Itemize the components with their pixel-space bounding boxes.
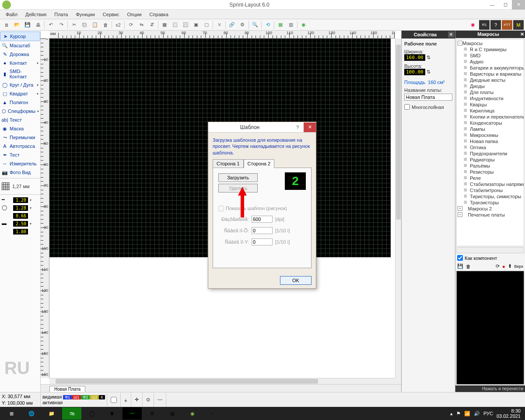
- menu-options[interactable]: Опции: [124, 11, 145, 18]
- macros-folder[interactable]: Кварцы: [458, 102, 523, 108]
- macros-folder[interactable]: Конденсаторы: [458, 120, 523, 126]
- tool-масштаб[interactable]: 🔍Масштаб: [0, 41, 40, 50]
- redo-icon[interactable]: ↷: [56, 20, 66, 30]
- group-icon[interactable]: ⿴: [170, 20, 180, 30]
- ungroup-icon[interactable]: ⿵: [180, 20, 191, 30]
- macros-top-label[interactable]: Верх: [514, 264, 523, 269]
- macros-folder[interactable]: Диоды: [458, 83, 523, 89]
- help-icon[interactable]: ?: [490, 20, 501, 30]
- mirror-v-icon[interactable]: ⇵: [147, 20, 157, 30]
- print-icon[interactable]: 🖶: [33, 20, 43, 30]
- mirror-h-icon[interactable]: ⇋: [136, 20, 147, 30]
- macros-folder[interactable]: Кнопки и переключатели: [458, 114, 523, 120]
- macros-folder[interactable]: Батареи и аккумуляторы: [458, 65, 523, 71]
- macros-record-icon[interactable]: ●: [502, 264, 505, 269]
- dialog-tab-side1[interactable]: Сторона 1: [213, 159, 244, 168]
- save-icon[interactable]: 💾: [22, 20, 33, 30]
- board-new-icon[interactable]: ▦: [275, 20, 286, 30]
- layer-chip[interactable]: Ф2: [81, 395, 90, 399]
- offset-y-input[interactable]: [252, 238, 273, 245]
- macros-save-icon[interactable]: 💾: [457, 263, 463, 269]
- board-name-input[interactable]: [404, 94, 452, 101]
- menu-help[interactable]: Справка: [146, 11, 172, 18]
- align-icon[interactable]: ▦: [159, 20, 170, 30]
- as-component-checkbox[interactable]: [457, 255, 463, 261]
- macros-refresh-icon[interactable]: ⟳: [496, 263, 500, 269]
- layer-chip[interactable]: Ш1: [72, 395, 81, 399]
- crosshair-icon[interactable]: ✛: [135, 397, 139, 402]
- smd-w-param[interactable]: ▬ 2.50 ▾: [0, 220, 40, 228]
- m-icon[interactable]: M: [513, 20, 524, 30]
- width-stepper-icon[interactable]: ⇅: [427, 55, 430, 60]
- layer-chip[interactable]: Ш2: [90, 395, 99, 399]
- tool-полигон[interactable]: ▲Полигон: [0, 98, 40, 107]
- macros-folder[interactable]: Разъёмы: [458, 163, 523, 169]
- macros-folder[interactable]: Радиаторы: [458, 157, 523, 163]
- tray-lang[interactable]: РУС: [483, 411, 493, 416]
- menu-board[interactable]: Плата: [51, 11, 71, 18]
- scope-icon[interactable]: 〰: [122, 407, 142, 420]
- tool-курсор[interactable]: ➤Курсор: [0, 32, 40, 41]
- macros-folder[interactable]: Новая папка: [458, 138, 523, 144]
- macros-folder[interactable]: Оптика: [458, 144, 523, 150]
- tray-flag-icon[interactable]: ⚑: [456, 411, 461, 416]
- tool-перемычки[interactable]: ⤳Перемычки: [0, 133, 40, 142]
- repaint-icon[interactable]: ⟲: [262, 20, 273, 30]
- height-stepper-icon[interactable]: ⇅: [427, 69, 430, 74]
- new-icon[interactable]: 🗎: [1, 20, 12, 30]
- r1-icon[interactable]: R1: [479, 20, 490, 30]
- pad-size-param[interactable]: ◯ 1.28 ▾: [0, 204, 40, 212]
- tool-текст[interactable]: ab|Текст: [0, 116, 40, 124]
- macros-folder[interactable]: Тиристоры, симисторы: [458, 193, 523, 200]
- delete-icon[interactable]: 🗑: [100, 20, 111, 30]
- properties-close-icon[interactable]: ✕: [448, 32, 454, 38]
- app1-icon[interactable]: ⚙: [143, 407, 162, 420]
- height-value[interactable]: 100.00: [404, 69, 425, 75]
- tool-тест[interactable]: ✒Тест: [0, 150, 40, 159]
- virtual-icon[interactable]: 〰: [158, 397, 162, 402]
- dialog-load-button[interactable]: Загрузить: [218, 173, 258, 182]
- open-icon[interactable]: 📂: [12, 20, 22, 30]
- macros-up-icon[interactable]: ⬆: [508, 263, 512, 269]
- ie-icon[interactable]: 🌐: [22, 407, 41, 420]
- tool-smd-контакт[interactable]: ▮SMD-Контакт: [0, 67, 40, 80]
- store-icon[interactable]: 🛍: [62, 407, 81, 420]
- explorer-icon[interactable]: 📁: [42, 407, 61, 420]
- macros-folder[interactable]: Аудио: [458, 59, 523, 65]
- auto-icon[interactable]: ⚙: [237, 20, 248, 30]
- back-icon[interactable]: ▢: [201, 20, 212, 30]
- offset-x-input[interactable]: [252, 227, 273, 234]
- tray-volume-icon[interactable]: 🔊: [474, 411, 480, 416]
- macros-folder[interactable]: Предохранители: [458, 150, 523, 157]
- macros-folder[interactable]: Резисторы: [458, 169, 523, 175]
- undo-icon[interactable]: ↶: [46, 20, 56, 30]
- tool-контакт[interactable]: ●Контакт▾: [0, 59, 40, 67]
- tray-up-icon[interactable]: ▴: [450, 411, 453, 416]
- dialog-close-button[interactable]: ✕: [304, 122, 316, 132]
- duplicate-icon[interactable]: x2: [113, 20, 123, 30]
- tool-спецформы[interactable]: ⬡Спецформы▾: [0, 107, 40, 116]
- dialog-help-button[interactable]: ?: [291, 122, 304, 132]
- macros-folder[interactable]: Для платы: [458, 89, 523, 95]
- track-width-param[interactable]: ━ 1.20 ▾: [0, 196, 40, 204]
- drill-param[interactable]: 0.66: [0, 212, 40, 220]
- ktt-icon[interactable]: KTT: [502, 20, 512, 30]
- macros-close-icon[interactable]: ✕: [520, 32, 524, 37]
- copy-icon[interactable]: ⿻: [79, 20, 90, 30]
- minimize-button[interactable]: ―: [486, 0, 499, 10]
- board-tab[interactable]: Новая Плата: [49, 386, 85, 392]
- macros-folder[interactable]: R и C триммеры: [458, 46, 523, 52]
- sprint-taskbar-icon[interactable]: ◉: [183, 407, 202, 420]
- macros-hscroll[interactable]: [456, 247, 524, 253]
- cut-icon[interactable]: ✂: [69, 20, 79, 30]
- dialog-show-checkbox[interactable]: Показать шаблон (рисунок): [218, 206, 306, 211]
- macros-folder[interactable]: Транзисторы: [458, 200, 523, 206]
- macros-folder[interactable]: SMD: [458, 52, 523, 59]
- macros-delete-icon[interactable]: 🗑: [466, 264, 471, 269]
- front-icon[interactable]: ▣: [191, 20, 201, 30]
- multilayer-checkbox[interactable]: Многослойная: [404, 104, 452, 110]
- tool-квадрат[interactable]: ▢Квадрат▾: [0, 89, 40, 98]
- maximize-button[interactable]: ◻: [499, 0, 512, 10]
- vertical-scrollbar[interactable]: [395, 38, 401, 378]
- layer-chip[interactable]: К: [99, 395, 105, 399]
